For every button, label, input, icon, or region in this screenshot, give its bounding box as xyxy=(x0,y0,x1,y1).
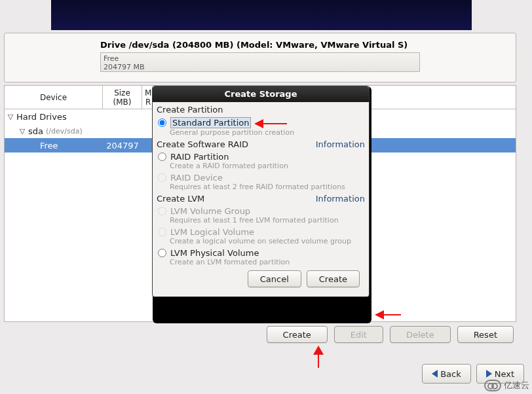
top-banner xyxy=(51,0,472,30)
section-create-partition: Create Partition xyxy=(157,105,365,115)
back-label: Back xyxy=(440,369,461,379)
delete-button: Delete xyxy=(390,326,451,343)
arrow-right-icon xyxy=(486,370,492,378)
watermark-text: 亿速云 xyxy=(504,380,529,391)
sda-devpath: (/dev/sda) xyxy=(46,127,83,135)
drive-summary-panel: Drive /dev/sda (204800 MB) (Model: VMwar… xyxy=(4,33,516,82)
standard-partition-label: Standard Partition xyxy=(170,117,251,128)
radio-lvm-lv xyxy=(158,228,166,236)
lvm-lv-desc: Create a logical volume on selected volu… xyxy=(170,237,365,245)
raid-partition-label: RAID Partition xyxy=(170,152,229,162)
arrow-left-icon xyxy=(432,370,438,378)
lvm-vg-desc: Requires at least 1 free LVM formated pa… xyxy=(170,216,365,224)
dialog-create-button[interactable]: Create xyxy=(307,270,360,287)
section-create-raid: Create Software RAID xyxy=(157,139,248,149)
lvm-pv-desc: Create an LVM formated partition xyxy=(170,258,365,266)
lvm-vg-label: LVM Volume Group xyxy=(170,206,250,216)
col-size[interactable]: Size (MB) xyxy=(103,86,142,109)
reset-button[interactable]: Reset xyxy=(457,326,514,343)
col-device[interactable]: Device xyxy=(5,86,103,109)
lvm-lv-label: LVM Logical Volume xyxy=(170,227,254,237)
watermark: 亿速云 xyxy=(484,380,529,391)
dialog-title: Create Storage xyxy=(153,86,369,102)
option-lvm-lv: LVM Logical Volume xyxy=(157,227,365,237)
raid-partition-desc: Create a RAID formated partition xyxy=(170,162,365,170)
radio-standard-partition[interactable] xyxy=(158,118,166,127)
hard-drives-label: Hard Drives xyxy=(16,112,67,122)
option-raid-device: RAID Device xyxy=(157,173,365,183)
sda-label: sda xyxy=(28,126,43,136)
next-label: Next xyxy=(495,369,514,379)
main-button-row: Create Edit Delete Reset xyxy=(4,326,516,347)
radio-lvm-pv[interactable] xyxy=(158,249,166,257)
edit-button: Edit xyxy=(334,326,383,343)
annotation-arrow-icon xyxy=(313,346,324,368)
standard-partition-desc: General purpose partition creation xyxy=(170,128,365,137)
lvm-pv-label: LVM Physical Volume xyxy=(170,248,259,258)
raid-device-label: RAID Device xyxy=(170,173,223,183)
radio-raid-partition[interactable] xyxy=(158,152,166,161)
drive-usage-bar: Free 204797 MB xyxy=(100,52,420,72)
expand-icon[interactable]: ▽ xyxy=(16,127,28,135)
radio-lvm-vg xyxy=(158,207,166,215)
option-lvm-pv[interactable]: LVM Physical Volume xyxy=(157,248,365,258)
drive-bar-size: 204797 MB xyxy=(104,63,417,71)
option-lvm-vg: LVM Volume Group xyxy=(157,206,365,216)
free-label: Free xyxy=(40,141,58,151)
option-raid-partition[interactable]: RAID Partition xyxy=(157,152,365,162)
expand-icon[interactable]: ▽ xyxy=(5,113,16,121)
drive-title: Drive /dev/sda (204800 MB) (Model: VMwar… xyxy=(100,40,509,50)
create-storage-dialog: Create Storage Create Partition Standard… xyxy=(152,86,370,297)
raid-device-desc: Requires at least 2 free RAID formated p… xyxy=(170,183,365,191)
radio-raid-device xyxy=(158,173,166,182)
drive-bar-label: Free xyxy=(104,54,417,63)
free-size: 204797 xyxy=(103,141,142,151)
option-standard-partition[interactable]: Standard Partition xyxy=(157,117,365,128)
create-button[interactable]: Create xyxy=(267,326,328,343)
raid-information-link[interactable]: Information xyxy=(316,139,365,149)
lvm-information-link[interactable]: Information xyxy=(316,194,365,204)
section-create-lvm: Create LVM xyxy=(157,194,204,204)
dialog-cancel-button[interactable]: Cancel xyxy=(248,270,301,287)
back-button[interactable]: Back xyxy=(422,364,471,384)
watermark-icon xyxy=(484,380,501,391)
